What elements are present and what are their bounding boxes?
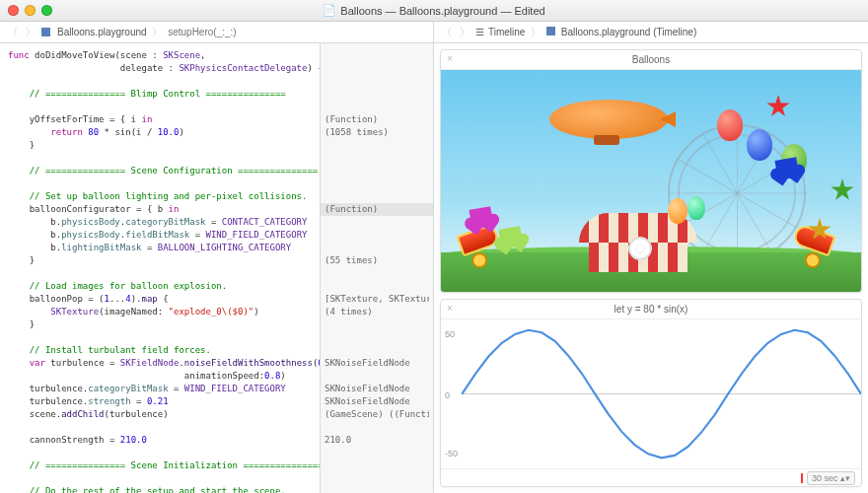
playground-icon bbox=[546, 27, 555, 35]
duration-stepper[interactable]: 30 sec ▴▾ bbox=[807, 471, 855, 485]
fan bbox=[628, 237, 656, 264]
result-line bbox=[325, 229, 429, 242]
result-line bbox=[325, 177, 429, 190]
result-line bbox=[325, 216, 429, 229]
result-line bbox=[325, 62, 429, 75]
live-view-scene[interactable] bbox=[441, 70, 861, 292]
window-title-text: Balloons — Balloons.playground — Edited bbox=[340, 5, 544, 17]
y-tick-label: 0 bbox=[445, 390, 450, 400]
chart-header: × let y = 80 * sin(x) bbox=[441, 300, 861, 319]
result-line bbox=[325, 472, 429, 485]
y-tick-label: 50 bbox=[445, 329, 455, 339]
result-line[interactable]: [SKTexture, SKTexture, SKTe… bbox=[325, 293, 429, 306]
window-controls bbox=[8, 5, 52, 16]
code-editor[interactable]: func doDidMoveToView(scene : SKScene, de… bbox=[0, 43, 321, 493]
result-line[interactable]: (Function) bbox=[325, 113, 429, 126]
result-line bbox=[325, 485, 429, 493]
result-line bbox=[325, 447, 429, 459]
result-line bbox=[325, 267, 429, 280]
jump-bar: 〈 〉 Balloons.playground 〉 setupHero(_:_:… bbox=[0, 22, 868, 43]
duration-value: 30 sec bbox=[812, 473, 838, 483]
result-line bbox=[325, 152, 429, 165]
result-line bbox=[325, 88, 429, 101]
result-line bbox=[325, 139, 429, 152]
result-line[interactable]: SKNoiseFieldNode bbox=[325, 357, 429, 370]
balloon-blue bbox=[747, 129, 772, 161]
result-line[interactable]: (4 times) bbox=[325, 306, 429, 318]
titlebar: 📄 Balloons — Balloons.playground — Edite… bbox=[0, 0, 868, 22]
breadcrumb[interactable]: Balloons.playground 〉 setupHero(_:_:) bbox=[57, 26, 237, 39]
jump-bar-left: 〈 〉 Balloons.playground 〉 setupHero(_:_:… bbox=[0, 22, 434, 42]
nav-back-icon[interactable]: 〈 bbox=[6, 26, 20, 39]
chart-title: let y = 80 * sin(x) bbox=[615, 304, 688, 315]
result-line bbox=[325, 331, 429, 344]
result-line bbox=[325, 318, 429, 331]
close-button[interactable] bbox=[8, 5, 19, 16]
result-line bbox=[325, 280, 429, 293]
quicklook-chart: × let y = 80 * sin(x) 50 0 -50 30 sec ▴▾ bbox=[440, 299, 862, 487]
result-line bbox=[325, 459, 429, 472]
breadcrumb-timeline-file[interactable]: Balloons.playground (Timeline) bbox=[561, 27, 696, 37]
close-icon[interactable]: × bbox=[447, 53, 453, 64]
balloon-heart-pink bbox=[469, 206, 493, 230]
stepper-icon[interactable]: ▴▾ bbox=[840, 473, 850, 483]
result-line bbox=[325, 421, 429, 434]
result-line[interactable]: (1058 times) bbox=[325, 126, 429, 139]
result-line[interactable]: (GameScene) ((Function)) ((F… bbox=[325, 408, 429, 421]
nav-back-icon[interactable]: 〈 bbox=[440, 26, 454, 39]
playground-icon bbox=[41, 28, 50, 36]
window-title: 📄 Balloons — Balloons.playground — Edite… bbox=[323, 4, 544, 17]
blimp bbox=[549, 100, 668, 139]
balloon-teal bbox=[687, 196, 705, 220]
result-line[interactable]: SKNoiseFieldNode bbox=[325, 395, 429, 408]
breadcrumb-method[interactable]: setupHero(_:_:) bbox=[168, 27, 236, 37]
close-icon[interactable]: × bbox=[447, 303, 453, 314]
minimize-button[interactable] bbox=[25, 5, 36, 16]
balloon-heart-green bbox=[498, 226, 523, 249]
result-line[interactable]: 210.0 bbox=[325, 434, 429, 447]
result-line bbox=[325, 49, 429, 62]
y-tick-label: -50 bbox=[445, 449, 458, 458]
nav-forward-icon[interactable]: 〉 bbox=[24, 26, 37, 39]
result-line bbox=[325, 190, 429, 203]
chart-body[interactable]: 50 0 -50 bbox=[441, 319, 861, 468]
balloon-heart-blue bbox=[774, 157, 799, 180]
result-line bbox=[325, 370, 429, 383]
playhead-icon[interactable] bbox=[801, 473, 803, 483]
document-icon: 📄 bbox=[323, 4, 336, 17]
assistant-editor: × Balloons bbox=[434, 43, 868, 493]
balloon-red bbox=[717, 109, 743, 141]
result-line[interactable]: SKNoiseFieldNode bbox=[325, 383, 429, 395]
result-line bbox=[325, 242, 429, 254]
result-line bbox=[325, 165, 429, 177]
result-line bbox=[325, 344, 429, 357]
breadcrumb-timeline[interactable]: Timeline 〉 Balloons.playground (Timeline… bbox=[488, 26, 696, 39]
jump-bar-right: 〈 〉 ☰ Timeline 〉 Balloons.playground (Ti… bbox=[434, 22, 868, 42]
timeline-bar[interactable]: 30 sec ▴▾ bbox=[441, 468, 861, 486]
result-line[interactable]: (Function) bbox=[321, 203, 433, 216]
nav-forward-icon[interactable]: 〉 bbox=[458, 26, 471, 39]
zoom-button[interactable] bbox=[41, 5, 52, 16]
result-line bbox=[325, 101, 429, 113]
timeline-icon: ☰ bbox=[475, 27, 484, 37]
result-line[interactable]: (55 times) bbox=[325, 254, 429, 267]
result-line bbox=[325, 75, 429, 88]
live-view-header: × Balloons bbox=[441, 50, 861, 70]
results-sidebar[interactable]: (Function)(1058 times)(Function)(55 time… bbox=[321, 43, 434, 493]
breadcrumb-timeline-label[interactable]: Timeline bbox=[488, 27, 525, 37]
live-view-card: × Balloons bbox=[440, 49, 862, 293]
live-view-title: Balloons bbox=[632, 54, 670, 65]
breadcrumb-file[interactable]: Balloons.playground bbox=[57, 27, 147, 37]
balloon-orange bbox=[668, 198, 687, 224]
